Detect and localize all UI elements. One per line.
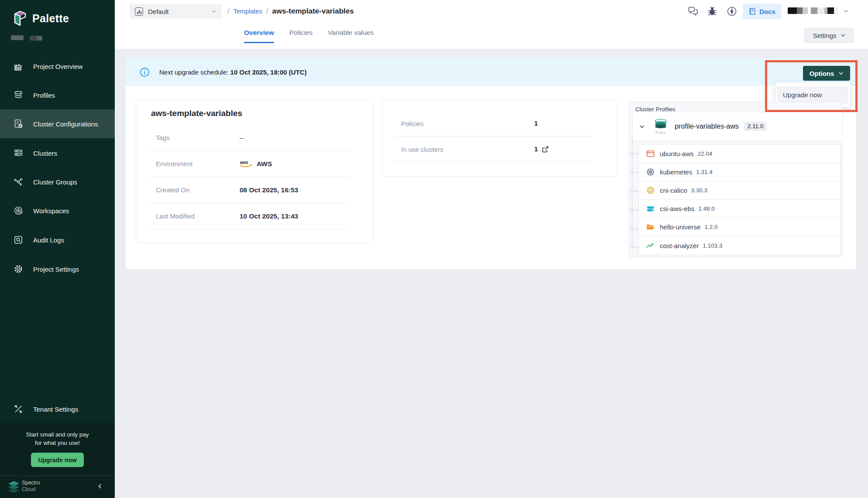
menu-item-upgrade-now[interactable]: Upgrade now <box>777 86 848 103</box>
profile-layer-list: ubuntu-aws 22.04 kubernetes 1.31.4 cni-c… <box>638 144 841 255</box>
info-icon <box>140 67 150 77</box>
kubernetes-wheel-icon <box>646 167 655 177</box>
layer-row-kubernetes[interactable]: kubernetes 1.31.4 <box>639 163 840 181</box>
svg-text:aws: aws <box>240 160 248 165</box>
cluster-profiles-panel: Cluster Profiles FULL profile-variables-… <box>628 102 842 257</box>
document-check-icon <box>13 119 24 129</box>
redacted-chip <box>30 36 42 41</box>
sidebar-item-project-overview[interactable]: Project Overview <box>0 52 115 81</box>
upgrade-schedule-banner: Next upgrade schedule: 10 Oct 2025, 18:0… <box>126 58 856 86</box>
book-icon <box>748 7 756 15</box>
chart-icon <box>13 61 24 72</box>
tab-variable-values[interactable]: Variable values <box>328 22 374 44</box>
overview-panel: Next upgrade schedule: 10 Oct 2025, 18:0… <box>126 58 856 269</box>
redacted-username <box>811 7 838 14</box>
details-rows: Tags – Environment aws AWS Created On 08… <box>149 125 350 229</box>
breadcrumb-separator: / <box>266 7 268 16</box>
user-menu-chevron-icon[interactable] <box>843 8 849 14</box>
sidebar-footer: Spectro Cloud <box>0 475 115 498</box>
project-scope-icon <box>135 7 143 16</box>
sidebar-item-label: Workspaces <box>33 207 69 215</box>
layers-icon <box>13 90 24 100</box>
sidebar-item-audit-logs[interactable]: Audit Logs <box>0 225 115 254</box>
bug-report-icon[interactable] <box>707 6 718 17</box>
trending-up-icon <box>646 241 655 250</box>
tree-node-icon <box>631 227 638 230</box>
usage-card: Policies 1 In use clusters 1 <box>382 99 617 177</box>
sidebar-item-workspaces[interactable]: Workspaces <box>0 196 115 225</box>
detail-row-environment: Environment aws AWS <box>149 151 350 177</box>
page-tabs: Overview Policies Variable values <box>244 22 374 44</box>
os-icon <box>646 149 655 158</box>
chevron-down-icon <box>841 33 846 38</box>
compass-tour-icon[interactable] <box>726 6 738 17</box>
top-header: Default / Templates / aws-template-varia… <box>115 0 868 49</box>
sidebar: Palette Project Overview Profiles Cluste… <box>0 0 115 498</box>
layer-row-hello-universe[interactable]: hello-universe 1.2.0 <box>639 218 840 236</box>
sidebar-item-label: Cluster Groups <box>33 178 77 186</box>
docs-label: Docs <box>759 8 775 15</box>
sidebar-item-profiles[interactable]: Profiles <box>0 81 115 109</box>
sidebar-item-tenant-settings[interactable]: Tenant Settings <box>0 395 115 423</box>
spectro-cloud-wordmark: Spectro Cloud <box>22 480 40 493</box>
detail-row-created-on: Created On 08 Oct 2025, 16:53 <box>149 177 350 203</box>
project-scope-value: Default <box>148 8 211 15</box>
tree-node-icon <box>631 190 638 193</box>
profile-name: profile-variables-aws <box>675 123 739 130</box>
layer-row-cost-analyzer[interactable]: cost-analyzer 1.103.3 <box>639 236 840 255</box>
tree-node-icon <box>631 246 638 249</box>
layer-row-ubuntu-aws[interactable]: ubuntu-aws 22.04 <box>639 145 840 163</box>
redacted-chip <box>11 35 24 40</box>
breadcrumb: / Templates / aws-template-variables <box>227 0 354 22</box>
detail-row-last-modified: Last Modified 10 Oct 2025, 13:43 <box>149 203 350 229</box>
folder-icon <box>646 222 655 232</box>
breadcrumb-link-templates[interactable]: Templates <box>233 8 262 15</box>
sidebar-item-label: Tenant Settings <box>33 406 78 413</box>
external-link-icon[interactable] <box>542 146 549 153</box>
sidebar-item-cluster-configurations[interactable]: Cluster Configurations <box>0 109 115 138</box>
brand: Palette <box>13 10 69 27</box>
usage-row-policies: Policies 1 <box>394 111 593 136</box>
collapse-sidebar-icon[interactable] <box>95 481 105 491</box>
nodes-icon <box>13 177 24 187</box>
tab-overview[interactable]: Overview <box>244 22 274 44</box>
docs-button[interactable]: Docs <box>743 3 781 19</box>
banner-datetime: 10 Oct 2025, 18:00 (UTC) <box>230 68 307 76</box>
detail-row-tags: Tags – <box>149 125 350 151</box>
sidebar-item-label: Clusters <box>33 150 57 157</box>
palette-logo-icon <box>13 10 27 27</box>
layer-row-csi-aws-ebs[interactable]: csi-aws-ebs 1.48.0 <box>639 200 840 218</box>
usage-rows: Policies 1 In use clusters 1 <box>394 111 593 162</box>
cluster-profile-header[interactable]: FULL profile-variables-aws 2.11.0 <box>632 112 843 141</box>
settings-button[interactable]: Settings <box>804 28 854 43</box>
palette-app: Palette Project Overview Profiles Cluste… <box>0 0 868 498</box>
spectro-cloud-logo <box>7 481 20 494</box>
project-scope-selector[interactable]: Default <box>130 4 222 19</box>
tree-node-icon <box>631 208 638 211</box>
workspaces-icon <box>13 205 24 216</box>
sidebar-item-cluster-groups[interactable]: Cluster Groups <box>0 167 115 196</box>
sidebar-item-project-settings[interactable]: Project Settings <box>0 255 115 283</box>
gear-icon <box>13 264 24 274</box>
chevron-down-icon <box>211 9 216 14</box>
chevron-down-icon[interactable] <box>639 123 645 130</box>
options-button[interactable]: Options <box>803 66 850 81</box>
sidebar-item-clusters[interactable]: Clusters <box>0 139 115 167</box>
servers-icon <box>13 148 24 158</box>
aws-logo-icon: aws <box>240 160 253 168</box>
layer-row-cni-calico[interactable]: cni-calico 3.30.3 <box>639 181 840 200</box>
sidebar-item-label: Project Overview <box>33 63 82 70</box>
tab-policies[interactable]: Policies <box>289 22 312 44</box>
upgrade-promo: Start small and only pay for what you us… <box>0 423 115 475</box>
promo-text: Start small and only pay for what you us… <box>0 423 115 447</box>
sidebar-item-label: Profiles <box>33 92 55 99</box>
feedback-chat-icon[interactable] <box>687 6 699 17</box>
sidebar-item-label: Audit Logs <box>33 236 64 244</box>
breadcrumb-separator: / <box>227 7 230 16</box>
banner-text: Next upgrade schedule: 10 Oct 2025, 18:0… <box>159 68 307 76</box>
tree-node-icon <box>631 171 638 174</box>
profile-stack-icon: FULL <box>651 118 670 135</box>
sidebar-upgrade-now-button[interactable]: Upgrade now <box>31 453 84 467</box>
redacted-username <box>788 7 808 14</box>
chevron-down-icon <box>838 71 844 76</box>
